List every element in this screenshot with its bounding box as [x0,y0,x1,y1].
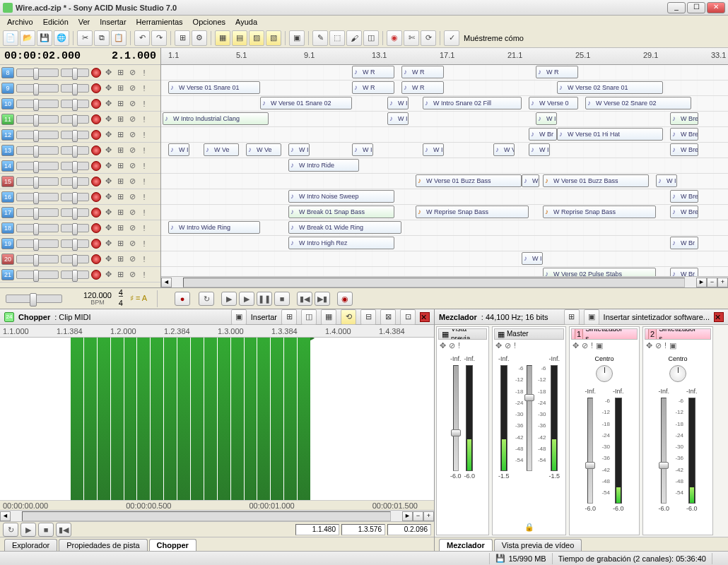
track-number[interactable]: 14 [1,160,14,172]
solo-icon[interactable]: ⊘ [127,192,137,202]
pan-slider[interactable] [61,84,89,93]
draw-tool-2[interactable]: ▤ [232,30,247,46]
draw-tool-1[interactable]: ▦ [215,30,230,46]
track-number[interactable]: 10 [1,98,14,109]
clip[interactable]: W Reprise Snap Bass [416,206,529,218]
pan-slider[interactable] [61,69,89,77]
solo-icon[interactable]: ⊘ [127,145,137,155]
arm-record-button[interactable] [91,223,101,233]
automation-button[interactable]: ⚙ [192,30,207,46]
arm-record-button[interactable] [91,130,101,140]
clip[interactable]: W Bre [670,143,698,156]
track-number[interactable]: 18 [1,222,14,234]
chopper-hscroll[interactable]: ◄ ► − + [0,510,434,521]
clip[interactable]: W I [656,174,677,187]
track-row[interactable]: W I [161,251,728,267]
track-header[interactable]: 13 ✥ ⊞ ⊘ ! [0,143,160,158]
warn-icon[interactable]: ! [139,161,149,171]
insert-icon[interactable]: ▣ [231,309,247,325]
ch-zoom-in[interactable]: + [423,511,434,521]
track-number[interactable]: 8 [1,67,14,78]
prev-button[interactable]: ▮◀ [297,292,312,306]
menu-ver[interactable]: Ver [74,16,95,28]
pan-slider[interactable] [61,193,89,201]
midi-note[interactable] [218,338,230,500]
arm-record-button[interactable] [91,254,101,264]
minimize-button[interactable]: _ [667,2,686,13]
erase-tool[interactable]: ◫ [363,30,379,46]
clip[interactable]: W Verse 02 Pulse Stabs [543,268,656,276]
warn-icon[interactable]: ! [139,270,149,280]
fx-icon[interactable]: ✥ [103,145,113,155]
track-number[interactable]: 16 [1,191,14,203]
midi-note[interactable] [71,338,83,500]
arm-record-button[interactable] [91,83,101,93]
ch-tool-5[interactable]: ⊟ [360,309,376,325]
track-row[interactable]: W Break 01 Snap BassW Reprise Snap BassW… [161,205,728,220]
warn-icon[interactable]: ! [139,68,149,78]
track-header[interactable]: 10 ✥ ⊞ ⊘ ! [0,96,160,112]
clip[interactable]: W Ve [204,143,239,156]
loop-button[interactable]: ↻ [199,292,214,306]
ch-stop-button[interactable]: ■ [38,523,54,537]
mute-icon[interactable]: ⊞ [115,239,125,249]
clip[interactable]: W I [168,143,189,156]
clip[interactable]: W R [536,66,578,78]
track-number[interactable]: 11 [1,114,14,125]
solo-icon[interactable]: ⊘ [127,99,137,109]
split-button[interactable]: ✄ [404,30,419,46]
clip[interactable]: W Verse 02 Snare 01 [557,81,663,94]
clip[interactable]: W Bre [670,128,698,141]
warn-icon[interactable]: ! [514,341,516,352]
master-slider[interactable] [6,295,62,303]
insert-label[interactable]: Insertar [251,313,277,321]
pan-slider[interactable] [61,208,89,217]
midi-note[interactable] [111,338,124,500]
ch-scroll-left[interactable]: ◄ [0,511,11,521]
pan-slider[interactable] [61,100,89,108]
channel-title[interactable]: 2Sintetizador s... [645,328,711,340]
ch-play-button[interactable]: ▶ [20,523,36,537]
zoom-in-icon[interactable]: + [717,278,728,287]
track-header[interactable]: 19 ✥ ⊞ ⊘ ! [0,236,160,251]
clip[interactable]: W I [522,252,543,265]
arm-record-button[interactable] [91,239,101,249]
fx-icon[interactable]: ✥ [646,341,652,352]
track-header[interactable]: 9 ✥ ⊞ ⊘ ! [0,81,160,96]
track-header[interactable]: 18 ✥ ⊞ ⊘ ! [0,220,160,236]
clip[interactable]: W R [352,81,394,94]
volume-slider[interactable] [16,224,59,232]
channel-title[interactable]: ▦Master [494,328,564,340]
pan-dial[interactable] [669,365,686,382]
draw-tool-4[interactable]: ▧ [266,30,281,46]
clip[interactable]: W V [493,143,515,156]
arm-record-button[interactable] [91,145,101,155]
midi-note[interactable] [257,338,270,500]
arm-record-button[interactable] [91,192,101,202]
arm-record-button[interactable] [91,114,101,124]
clip[interactable]: W R [401,81,444,94]
midi-note[interactable] [298,338,310,500]
track-header[interactable]: 8 ✥ ⊞ ⊘ ! [0,65,160,81]
tab-explorer[interactable]: Explorador [4,539,57,551]
track-row[interactable]: W BrW Verse 01 Hi HatW Bre [161,127,728,143]
edit-icon[interactable]: ▣ [669,341,676,352]
clip[interactable]: W I [536,112,557,125]
pan-slider[interactable] [61,162,89,170]
chopper-canvas[interactable]: ► [0,338,434,500]
tab-mixer[interactable]: Mezclador [439,539,493,551]
ch-tool-1[interactable]: ⊞ [281,309,297,325]
clip[interactable]: W Bre [670,112,698,125]
warn-icon[interactable]: ! [591,341,593,352]
midi-note[interactable] [204,338,217,500]
clip[interactable]: W R [352,66,394,78]
timeline-rows[interactable]: W RW RW RW Verse 01 Snare 01W RW RW Vers… [161,65,728,276]
fx-icon[interactable]: ✥ [103,223,113,233]
track-header[interactable]: 14 ✥ ⊞ ⊘ ! [0,158,160,174]
paste-button[interactable]: 📋 [111,30,127,46]
track-number[interactable]: 21 [1,269,14,280]
track-row[interactable]: W RW RW R [161,65,728,81]
pan-slider[interactable] [61,255,89,263]
clip[interactable]: W Intro Noise Sweep [288,190,394,203]
clip[interactable]: W I [387,97,409,109]
